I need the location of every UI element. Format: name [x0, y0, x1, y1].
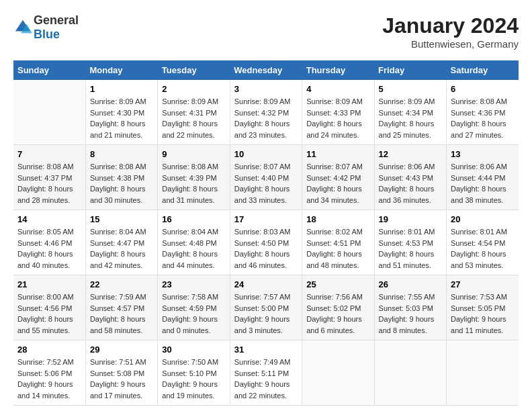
calendar-cell: 11 Sunrise: 8:07 AMSunset: 4:42 PMDaylig…: [302, 145, 374, 210]
calendar-cell: 19 Sunrise: 8:01 AMSunset: 4:53 PMDaylig…: [374, 210, 446, 275]
day-number: 8: [90, 149, 153, 159]
weekday-header: Thursday: [302, 60, 374, 80]
calendar-cell: 23 Sunrise: 7:58 AMSunset: 4:59 PMDaylig…: [158, 275, 230, 340]
day-info: Sunrise: 8:09 AMSunset: 4:32 PMDaylight:…: [234, 96, 298, 140]
day-number: 6: [451, 84, 515, 94]
day-number: 3: [234, 84, 298, 94]
day-info: Sunrise: 7:56 AMSunset: 5:02 PMDaylight:…: [306, 291, 369, 336]
day-number: 24: [234, 279, 298, 289]
calendar-cell: 20 Sunrise: 8:01 AMSunset: 4:54 PMDaylig…: [447, 210, 519, 275]
day-info: Sunrise: 8:09 AMSunset: 4:30 PMDaylight:…: [90, 96, 153, 140]
day-info: Sunrise: 8:08 AMSunset: 4:36 PMDaylight:…: [451, 96, 515, 140]
calendar-cell: 8 Sunrise: 8:08 AMSunset: 4:38 PMDayligh…: [85, 145, 157, 210]
day-info: Sunrise: 8:01 AMSunset: 4:54 PMDaylight:…: [451, 226, 515, 271]
day-number: 31: [234, 345, 298, 355]
day-number: 16: [162, 214, 225, 224]
month-title: January 2024: [382, 13, 519, 38]
day-info: Sunrise: 8:06 AMSunset: 4:43 PMDaylight:…: [379, 161, 442, 205]
day-number: 25: [306, 279, 369, 289]
day-number: 29: [90, 345, 153, 355]
logo-blue: Blue: [34, 28, 60, 41]
calendar-cell: [447, 340, 519, 406]
calendar-week-row: 1 Sunrise: 8:09 AMSunset: 4:30 PMDayligh…: [13, 80, 519, 145]
day-number: 21: [17, 279, 81, 289]
day-number: 30: [162, 345, 225, 355]
calendar-cell: 31 Sunrise: 7:49 AMSunset: 5:11 PMDaylig…: [230, 340, 302, 406]
calendar-cell: 22 Sunrise: 7:59 AMSunset: 4:57 PMDaylig…: [85, 275, 157, 340]
day-info: Sunrise: 8:04 AMSunset: 4:48 PMDaylight:…: [162, 226, 225, 271]
day-info: Sunrise: 8:08 AMSunset: 4:37 PMDaylight:…: [17, 161, 81, 205]
calendar-cell: 25 Sunrise: 7:56 AMSunset: 5:02 PMDaylig…: [302, 275, 374, 340]
day-info: Sunrise: 8:03 AMSunset: 4:50 PMDaylight:…: [234, 226, 298, 271]
day-info: Sunrise: 7:52 AMSunset: 5:06 PMDaylight:…: [17, 357, 81, 401]
weekday-header: Saturday: [447, 60, 519, 80]
calendar-cell: 29 Sunrise: 7:51 AMSunset: 5:08 PMDaylig…: [85, 340, 157, 406]
day-number: 9: [162, 149, 225, 159]
calendar-cell: 16 Sunrise: 8:04 AMSunset: 4:48 PMDaylig…: [158, 210, 230, 275]
day-number: 10: [234, 149, 298, 159]
calendar-cell: 5 Sunrise: 8:09 AMSunset: 4:34 PMDayligh…: [374, 80, 446, 145]
day-info: Sunrise: 8:08 AMSunset: 4:38 PMDaylight:…: [90, 161, 153, 205]
day-info: Sunrise: 7:49 AMSunset: 5:11 PMDaylight:…: [234, 357, 298, 401]
day-info: Sunrise: 7:53 AMSunset: 5:05 PMDaylight:…: [451, 291, 515, 336]
day-number: 5: [379, 84, 442, 94]
calendar-cell: 21 Sunrise: 8:00 AMSunset: 4:56 PMDaylig…: [13, 275, 85, 340]
day-number: 26: [379, 279, 442, 289]
day-number: 19: [379, 214, 442, 224]
calendar-cell: 27 Sunrise: 7:53 AMSunset: 5:05 PMDaylig…: [447, 275, 519, 340]
day-info: Sunrise: 7:59 AMSunset: 4:57 PMDaylight:…: [90, 291, 153, 336]
calendar-cell: 9 Sunrise: 8:08 AMSunset: 4:39 PMDayligh…: [158, 145, 230, 210]
day-info: Sunrise: 8:09 AMSunset: 4:34 PMDaylight:…: [379, 96, 442, 140]
day-info: Sunrise: 8:08 AMSunset: 4:39 PMDaylight:…: [162, 161, 225, 205]
calendar-week-row: 28 Sunrise: 7:52 AMSunset: 5:06 PMDaylig…: [13, 340, 519, 406]
calendar-cell: [13, 80, 85, 145]
day-info: Sunrise: 8:09 AMSunset: 4:31 PMDaylight:…: [162, 96, 225, 140]
logo-general: General: [34, 13, 79, 27]
day-info: Sunrise: 7:51 AMSunset: 5:08 PMDaylight:…: [90, 357, 153, 401]
day-info: Sunrise: 8:05 AMSunset: 4:46 PMDaylight:…: [17, 226, 81, 271]
calendar-table: SundayMondayTuesdayWednesdayThursdayFrid…: [13, 60, 519, 406]
calendar-cell: 17 Sunrise: 8:03 AMSunset: 4:50 PMDaylig…: [230, 210, 302, 275]
calendar-week-row: 21 Sunrise: 8:00 AMSunset: 4:56 PMDaylig…: [13, 275, 519, 340]
calendar-cell: [302, 340, 374, 406]
day-number: 18: [306, 214, 369, 224]
calendar-cell: 3 Sunrise: 8:09 AMSunset: 4:32 PMDayligh…: [230, 80, 302, 145]
calendar-cell: 28 Sunrise: 7:52 AMSunset: 5:06 PMDaylig…: [13, 340, 85, 406]
day-info: Sunrise: 8:07 AMSunset: 4:42 PMDaylight:…: [306, 161, 369, 205]
day-info: Sunrise: 8:01 AMSunset: 4:53 PMDaylight:…: [379, 226, 442, 271]
calendar-week-row: 14 Sunrise: 8:05 AMSunset: 4:46 PMDaylig…: [13, 210, 519, 275]
day-number: 17: [234, 214, 298, 224]
day-number: 13: [451, 149, 515, 159]
day-number: 11: [306, 149, 369, 159]
day-number: 15: [90, 214, 153, 224]
weekday-header: Sunday: [13, 60, 85, 80]
day-info: Sunrise: 8:02 AMSunset: 4:51 PMDaylight:…: [306, 226, 369, 271]
day-number: 1: [90, 84, 153, 94]
calendar-cell: 6 Sunrise: 8:08 AMSunset: 4:36 PMDayligh…: [447, 80, 519, 145]
calendar-cell: 13 Sunrise: 8:06 AMSunset: 4:44 PMDaylig…: [447, 145, 519, 210]
day-info: Sunrise: 7:55 AMSunset: 5:03 PMDaylight:…: [379, 291, 442, 336]
day-info: Sunrise: 8:07 AMSunset: 4:40 PMDaylight:…: [234, 161, 298, 205]
weekday-header: Monday: [85, 60, 157, 80]
calendar-cell: 15 Sunrise: 8:04 AMSunset: 4:47 PMDaylig…: [85, 210, 157, 275]
day-info: Sunrise: 8:04 AMSunset: 4:47 PMDaylight:…: [90, 226, 153, 271]
day-number: 28: [17, 345, 81, 355]
day-number: 7: [17, 149, 81, 159]
calendar-cell: 7 Sunrise: 8:08 AMSunset: 4:37 PMDayligh…: [13, 145, 85, 210]
day-number: 12: [379, 149, 442, 159]
calendar-cell: 18 Sunrise: 8:02 AMSunset: 4:51 PMDaylig…: [302, 210, 374, 275]
calendar-cell: 2 Sunrise: 8:09 AMSunset: 4:31 PMDayligh…: [158, 80, 230, 145]
day-info: Sunrise: 7:57 AMSunset: 5:00 PMDaylight:…: [234, 291, 298, 336]
day-number: 20: [451, 214, 515, 224]
day-info: Sunrise: 7:50 AMSunset: 5:10 PMDaylight:…: [162, 357, 225, 401]
day-info: Sunrise: 7:58 AMSunset: 4:59 PMDaylight:…: [162, 291, 225, 336]
day-number: 2: [162, 84, 225, 94]
calendar-cell: 30 Sunrise: 7:50 AMSunset: 5:10 PMDaylig…: [158, 340, 230, 406]
calendar-cell: 14 Sunrise: 8:05 AMSunset: 4:46 PMDaylig…: [13, 210, 85, 275]
day-number: 4: [306, 84, 369, 94]
logo: General Blue: [13, 13, 79, 42]
calendar-cell: 10 Sunrise: 8:07 AMSunset: 4:40 PMDaylig…: [230, 145, 302, 210]
location-subtitle: Buttenwiesen, Germany: [382, 38, 519, 50]
logo-icon: [13, 18, 32, 37]
weekday-header: Tuesday: [158, 60, 230, 80]
